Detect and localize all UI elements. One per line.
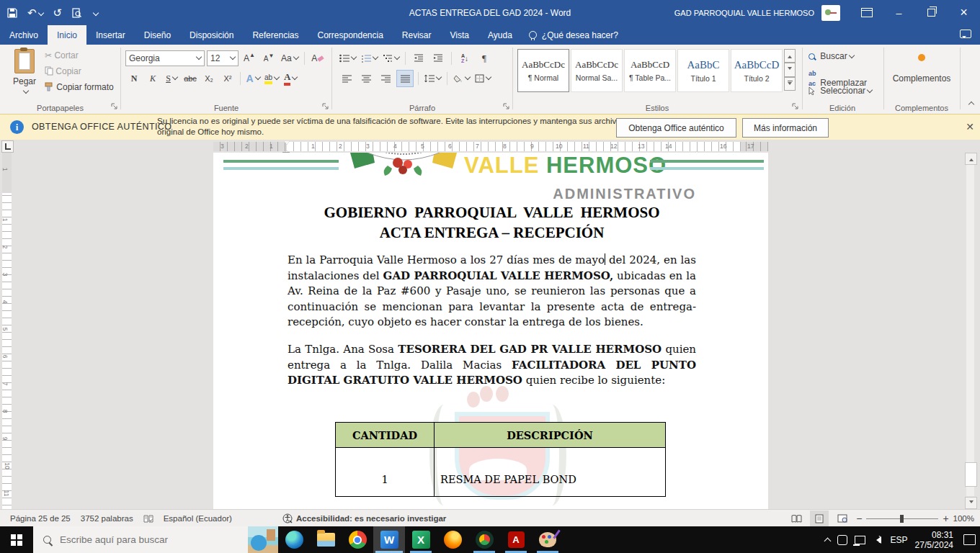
- borders-button[interactable]: [473, 70, 492, 87]
- select-button[interactable]: Seleccionar: [808, 86, 872, 96]
- taskbar-acrobat-icon[interactable]: A: [500, 526, 532, 553]
- underline-button[interactable]: S: [163, 70, 180, 87]
- taskbar-edge-icon[interactable]: [278, 526, 310, 553]
- font-color-button[interactable]: A: [282, 70, 299, 87]
- addins-button[interactable]: Complementos: [884, 53, 959, 84]
- tab-archivo[interactable]: Archivo: [0, 25, 48, 45]
- bullets-button[interactable]: [338, 50, 357, 67]
- paragraph-2[interactable]: La Tnlga. Ana Sosa TESORERA DEL GAD PR V…: [288, 342, 696, 389]
- dialog-launcher-icon[interactable]: [792, 102, 799, 112]
- align-right-button[interactable]: [377, 70, 394, 87]
- taskbar-excel-icon[interactable]: X: [405, 526, 437, 553]
- align-left-button[interactable]: [338, 70, 355, 87]
- replace-button[interactable]: abac Reemplazar: [808, 68, 867, 88]
- shrink-font-button[interactable]: A▼: [260, 50, 277, 67]
- tab-insertar[interactable]: Insertar: [86, 25, 135, 45]
- document-page[interactable]: VALLE HERMOSO ADMINISTRATIVO GOBIERNO PA…: [213, 153, 768, 509]
- zoom-level[interactable]: 100%: [953, 514, 974, 523]
- find-button[interactable]: Buscar: [808, 51, 854, 61]
- account-name[interactable]: GAD PARROQUIAL VALLE HERMOSO: [674, 9, 814, 17]
- justify-button[interactable]: [396, 70, 414, 87]
- subscript-button[interactable]: X₂: [200, 70, 218, 87]
- close-warning-icon[interactable]: ✕: [966, 121, 974, 132]
- format-painter-button[interactable]: Copiar formato: [45, 82, 114, 92]
- restore-button[interactable]: [915, 0, 948, 25]
- styles-gallery-scroll[interactable]: [784, 49, 796, 91]
- scroll-down-button[interactable]: [965, 497, 977, 509]
- tab-inicio[interactable]: Inicio: [48, 25, 86, 45]
- style-table-paragraph[interactable]: AaBbCcD ¶ Table Pa...: [624, 49, 676, 92]
- clock[interactable]: 08:3127/5/2024: [915, 530, 953, 550]
- zoom-in-button[interactable]: +: [943, 513, 948, 524]
- style-normal-sa[interactable]: AaBbCcDc Normal Sa...: [571, 49, 623, 92]
- tab-stop-selector[interactable]: [1, 140, 14, 153]
- font-size-select[interactable]: 12: [207, 50, 239, 66]
- taskbar-word-icon[interactable]: W: [373, 526, 405, 553]
- search-highlight-image[interactable]: [248, 526, 278, 553]
- grow-font-button[interactable]: A▲: [241, 50, 258, 67]
- delivery-table[interactable]: CANTIDAD DESCRIPCIÓN 1 RESMA DE PAPEL BO…: [335, 422, 666, 497]
- styles-gallery-more[interactable]: [784, 77, 796, 91]
- highlight-button[interactable]: ab: [263, 70, 280, 87]
- read-mode-button[interactable]: [787, 511, 806, 526]
- style-normal[interactable]: AaBbCcDc ¶ Normal: [517, 49, 569, 92]
- cut-button[interactable]: ✂ Cortar: [45, 50, 79, 60]
- more-info-button[interactable]: Más información: [742, 118, 829, 138]
- action-center-icon[interactable]: [963, 534, 976, 545]
- zoom-slider[interactable]: [866, 518, 938, 519]
- scrollbar-track[interactable]: [966, 165, 974, 496]
- word-count[interactable]: 3752 palabras: [81, 514, 133, 523]
- style-titulo-1[interactable]: AaBbC Título 1: [677, 49, 729, 92]
- get-office-button[interactable]: Obtenga Office auténtico: [616, 118, 736, 138]
- clear-formatting-button[interactable]: A: [309, 50, 326, 67]
- scroll-up-button[interactable]: [965, 153, 977, 165]
- dialog-launcher-icon[interactable]: [503, 102, 510, 112]
- comment-icon[interactable]: [960, 30, 971, 38]
- collapse-ribbon-button[interactable]: [967, 98, 974, 108]
- tab-ayuda[interactable]: Ayuda: [478, 25, 522, 45]
- taskbar-explorer-icon[interactable]: [310, 526, 342, 553]
- web-layout-button[interactable]: [833, 511, 852, 526]
- show-marks-button[interactable]: ¶: [476, 50, 493, 67]
- shading-button[interactable]: [452, 70, 471, 87]
- taskbar-firefox-icon[interactable]: [437, 526, 468, 553]
- accessibility-status[interactable]: Accesibilidad: es necesario investigar: [282, 513, 446, 523]
- tab-vista[interactable]: Vista: [441, 25, 478, 45]
- dialog-launcher-icon[interactable]: [111, 102, 118, 112]
- tray-chevron-icon[interactable]: [825, 536, 830, 544]
- language-indicator[interactable]: ESP: [891, 535, 908, 545]
- text-effects-button[interactable]: A: [244, 70, 262, 87]
- tab-correspondencia[interactable]: Correspondencia: [308, 25, 392, 45]
- paste-button[interactable]: Pegar: [7, 49, 42, 96]
- superscript-button[interactable]: X²: [219, 70, 236, 87]
- line-spacing-button[interactable]: [423, 70, 442, 87]
- scrollbar-thumb[interactable]: [965, 462, 977, 487]
- align-center-button[interactable]: [357, 70, 375, 87]
- minimize-button[interactable]: –: [883, 0, 915, 25]
- tab-diseno[interactable]: Diseño: [135, 25, 180, 45]
- search-input[interactable]: [58, 534, 227, 546]
- taskbar-chrome-icon[interactable]: [342, 526, 373, 553]
- zoom-out-button[interactable]: −: [856, 513, 862, 524]
- styles-scroll-up[interactable]: [784, 49, 796, 63]
- table-cell-cantidad[interactable]: 1: [336, 448, 435, 497]
- tab-referencias[interactable]: Referencias: [243, 25, 308, 45]
- close-button[interactable]: ×: [948, 0, 980, 25]
- multilevel-list-button[interactable]: [381, 50, 401, 67]
- taskbar-search-box[interactable]: [33, 526, 278, 553]
- tab-disposicion[interactable]: Disposición: [180, 25, 243, 45]
- italic-button[interactable]: K: [144, 70, 161, 87]
- table-cell-descripcion[interactable]: RESMA DE PAPEL BOND: [435, 448, 666, 497]
- copy-button[interactable]: Copiar: [45, 66, 81, 76]
- taskbar-chrome-app-icon[interactable]: [468, 526, 500, 553]
- taskbar-paint-icon[interactable]: [532, 526, 564, 553]
- tell-me-box[interactable]: ¿Qué desea hacer?: [522, 25, 625, 45]
- tab-revisar[interactable]: Revisar: [393, 25, 441, 45]
- tray-app-icon[interactable]: [837, 535, 847, 545]
- vertical-ruler[interactable]: 1 1 2 3 4 5 6 7 8 9 10 11: [2, 153, 12, 509]
- print-layout-button[interactable]: [810, 511, 829, 526]
- bold-button[interactable]: N: [125, 70, 143, 87]
- network-icon[interactable]: [855, 536, 865, 544]
- strikethrough-button[interactable]: abc: [182, 70, 199, 87]
- page-indicator[interactable]: Página 25 de 25: [10, 514, 71, 523]
